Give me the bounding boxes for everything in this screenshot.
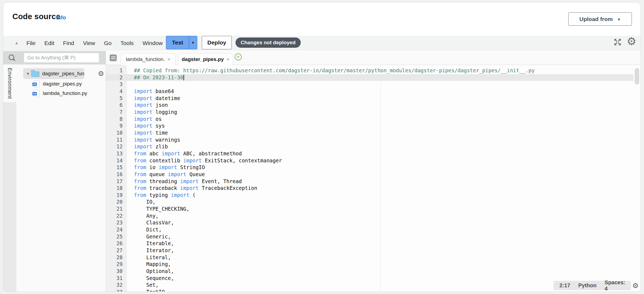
line-content: import warnings — [127, 136, 180, 143]
line-content: Set, — [127, 282, 159, 289]
vertical-scrollbar-thumb[interactable] — [635, 68, 639, 84]
tab-environment[interactable]: Environment — [3, 64, 16, 102]
editor-tabs: lambda_function.×dagster_pipes.py× — [121, 53, 233, 65]
tab-label: lambda_function. — [126, 56, 165, 62]
add-tab-icon[interactable]: + — [235, 53, 242, 60]
gear-icon[interactable]: ⚙ — [627, 35, 636, 48]
chevron-down-icon: ▼ — [191, 41, 195, 45]
line-content: ## Copied from: https://raw.githubuserco… — [127, 67, 535, 74]
line-number: 31 — [106, 275, 127, 282]
code-line: 2## On 2023-11-30 — [106, 74, 640, 81]
menu-item-view[interactable]: View — [83, 40, 95, 46]
menu-item-file[interactable]: File — [26, 40, 36, 46]
deploy-status-badge: Changes not deployed — [236, 37, 301, 48]
code-line: 29 Mapping, — [106, 261, 640, 268]
menu-item-tools[interactable]: Tools — [120, 40, 134, 46]
search-icon[interactable] — [9, 54, 15, 61]
sidebar-search-strip — [3, 51, 106, 64]
menu-item-edit[interactable]: Edit — [44, 40, 54, 46]
info-link[interactable]: Info — [56, 15, 66, 21]
line-content: Generic, — [127, 233, 171, 240]
upload-from-button[interactable]: Upload from ▼ — [568, 12, 632, 26]
tab-dagster_pipes-py[interactable]: dagster_pipes.py× — [178, 53, 233, 65]
line-content: from traceback import TracebackException — [127, 185, 257, 192]
code-editor[interactable]: 1## Copied from: https://raw.githubuserc… — [106, 65, 640, 292]
line-number: 16 — [106, 171, 127, 178]
code-line: 17from threading import Event, Thread — [106, 178, 640, 185]
line-number: 26 — [106, 240, 127, 247]
fullscreen-icon[interactable] — [613, 38, 622, 46]
line-content: from abc import ABC, abstractmethod — [127, 150, 242, 157]
line-content: import zlib — [127, 143, 168, 150]
search-input[interactable] — [24, 53, 99, 62]
line-number: 1 — [106, 67, 127, 74]
menu-items: FileEditFindViewGoToolsWindow — [26, 36, 163, 50]
code-line: 13from abc import ABC, abstractmethod — [106, 150, 640, 157]
tab-list-icon[interactable] — [110, 54, 117, 61]
line-number: 33 — [106, 289, 127, 292]
menu-item-go[interactable]: Go — [104, 40, 112, 46]
line-number: 24 — [106, 226, 127, 233]
upload-from-label: Upload from — [579, 16, 613, 22]
caret-down-icon[interactable]: ▾ — [27, 71, 29, 76]
line-content — [127, 81, 134, 88]
line-number: 17 — [106, 178, 127, 185]
code-line: 28 Literal, — [106, 254, 640, 261]
line-number: 28 — [106, 254, 127, 261]
line-content: Iterator, — [127, 247, 174, 254]
code-line: 5import datetime — [106, 95, 640, 102]
line-content: import json — [127, 102, 168, 109]
close-icon[interactable]: × — [226, 57, 230, 62]
line-content: Any, — [127, 213, 159, 220]
indentation-setting[interactable]: Spaces: 4 — [605, 279, 625, 292]
menu-item-find[interactable]: Find — [63, 40, 74, 46]
gear-icon[interactable]: ⚙ — [632, 282, 639, 290]
line-content: import os — [127, 116, 162, 123]
deploy-button[interactable]: Deploy — [202, 36, 232, 49]
line-number: 11 — [106, 136, 127, 143]
line-content: TextIO — [127, 289, 165, 292]
line-content: import datetime — [127, 95, 180, 102]
sidebar-rail: Environment — [3, 64, 16, 292]
tree-file-dagster_pipes-py[interactable]: <>dagster_pipes.py — [16, 79, 106, 88]
code-line: 23 ClassVar, — [106, 219, 640, 226]
code-line: 19from typing import ( — [106, 192, 640, 199]
tree-file-lambda_function-py[interactable]: <>lambda_function.py — [16, 88, 106, 98]
code-line: 18from traceback import TracebackExcepti… — [106, 185, 640, 192]
test-dropdown-arrow[interactable]: ▼ — [189, 36, 197, 49]
editor-status-bar: 2:17 Python Spaces: 4 ⚙ — [553, 281, 631, 290]
code-line: 3 — [106, 81, 640, 88]
test-button[interactable]: Test — [166, 36, 189, 49]
chevron-down-icon: ▼ — [617, 17, 621, 22]
line-number: 30 — [106, 268, 127, 275]
code-line: 14from contextlib import ExitStack, cont… — [106, 157, 640, 164]
line-content: ## On 2023-11-30 — [127, 74, 184, 81]
tab-lambda_function-[interactable]: lambda_function.× — [121, 53, 176, 65]
test-split-button[interactable]: Test ▼ — [166, 36, 197, 49]
tree-file-list: <>dagster_pipes.py<>lambda_function.py — [16, 79, 106, 98]
cursor-position[interactable]: 2:17 — [559, 282, 570, 289]
code-line: 7import logging — [106, 109, 640, 116]
code-line: 15from io import StringIO — [106, 164, 640, 171]
code-line: 24 Dict, — [106, 226, 640, 233]
tree-folder-row[interactable]: ▾ dagster_pipes_funct — [23, 68, 84, 79]
menu-item-window[interactable]: Window — [143, 40, 163, 46]
code-line: 10import time — [106, 129, 640, 136]
line-number: 8 — [106, 116, 127, 123]
line-content: from contextlib import ExitStack, contex… — [127, 157, 282, 164]
code-line: 6import json — [106, 102, 640, 109]
line-content: Sequence, — [127, 275, 174, 282]
language-mode[interactable]: Python — [578, 282, 597, 289]
text-cursor — [183, 75, 184, 80]
folder-name: dagster_pipes_funct — [42, 71, 84, 77]
close-icon[interactable]: × — [167, 57, 171, 62]
collapse-icon[interactable]: ▲ — [15, 40, 19, 45]
line-content: import sys — [127, 122, 165, 129]
line-content: import base64 — [127, 88, 174, 95]
line-number: 32 — [106, 282, 127, 289]
line-number: 6 — [106, 102, 127, 109]
line-number: 18 — [106, 185, 127, 192]
code-line: 16from queue import Queue — [106, 171, 640, 178]
menu-bar: ▲ FileEditFindViewGoToolsWindow — [3, 36, 640, 50]
line-number: 12 — [106, 143, 127, 150]
